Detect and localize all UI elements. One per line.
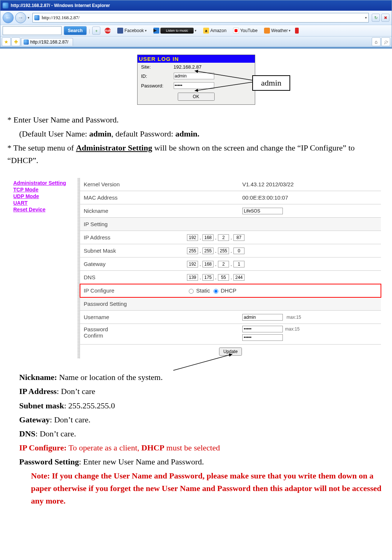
kernel-value: V1.43.12 2012/03/22 [157, 180, 381, 189]
ip-label: IP Address [80, 232, 157, 243]
line-admin-setup: * The setup menu of Administrator Settin… [7, 142, 385, 167]
dns-oct-1[interactable] [187, 274, 198, 281]
arrow-annotation-2 [170, 353, 243, 371]
refresh-button[interactable]: ↻ [372, 14, 380, 22]
line-default-creds: (Default User Name: admin, default Passw… [7, 128, 385, 140]
id-label: ID: [141, 73, 171, 79]
feeds-button[interactable]: ⌮ [381, 37, 390, 46]
kernel-label: Kernel Version [80, 179, 157, 190]
dns-oct-4[interactable] [233, 274, 244, 281]
sub-oct-3[interactable] [218, 248, 229, 254]
page-icon [34, 15, 39, 20]
ip-oct-4[interactable] [233, 234, 244, 241]
tab-page-icon [24, 39, 29, 45]
admin-sidebar: Administrator Setting TCP Mode UDP Mode … [11, 178, 77, 359]
sub-oct-2[interactable] [202, 248, 214, 254]
url-input[interactable] [41, 14, 364, 21]
login-title: USER LOG IN [138, 55, 255, 63]
toolbar-search-input[interactable] [3, 26, 62, 35]
pw-input[interactable] [242, 326, 283, 332]
id-input[interactable] [174, 73, 214, 79]
window-title: http://192.168.2.87/ - Windows Internet … [11, 3, 110, 8]
ie-window: http://192.168.2.87/ - Windows Internet … [0, 0, 392, 49]
ask-icon[interactable]: Ask [103, 28, 113, 34]
gw-oct-2[interactable] [202, 261, 214, 267]
cnn-icon[interactable] [295, 28, 299, 34]
weather-link[interactable]: Weather▾ [262, 28, 293, 34]
svg-line-2 [173, 354, 232, 370]
url-dropdown-icon[interactable]: ▾ [365, 16, 367, 20]
password-input[interactable] [174, 82, 214, 89]
ipset-header: IP Setting [80, 219, 157, 229]
favorites-button[interactable]: ★ [2, 37, 11, 46]
side-link-admin[interactable]: Administrator Setting [13, 180, 75, 186]
ip-oct-1[interactable] [187, 234, 198, 241]
pw-label: Password [84, 326, 154, 332]
add-button[interactable]: ＋ [92, 27, 100, 35]
nickname-input[interactable] [242, 208, 283, 214]
side-link-reset[interactable]: Reset Device [13, 207, 75, 212]
login-pw-row: Password: [138, 81, 255, 90]
gw-oct-3[interactable] [218, 261, 229, 267]
login-site-row: Site: 192.168.2.87 [138, 63, 255, 71]
dns-oct-3[interactable] [218, 274, 229, 281]
gw-oct-1[interactable] [187, 261, 198, 267]
mac-label: MAC Address [80, 192, 157, 203]
gw-oct-4[interactable] [233, 261, 244, 267]
sub-label: Subnet Mask [80, 245, 157, 256]
address-bar[interactable]: ▾ [32, 13, 369, 23]
ip-oct-3[interactable] [218, 234, 229, 241]
stop-button[interactable]: ✖ [381, 14, 389, 22]
gw-label: Gateway [80, 259, 157, 269]
dns-oct-2[interactable] [202, 274, 214, 281]
confirm-input[interactable] [242, 334, 283, 341]
divider [0, 47, 392, 48]
nick-label: Nickname [80, 205, 157, 216]
side-link-uart[interactable]: UART [13, 200, 75, 206]
dhcp-radio[interactable] [214, 289, 218, 294]
forward-button[interactable]: → [15, 12, 26, 23]
tab-title: http://192.168.2.87/ [30, 39, 68, 45]
site-label: Site: [141, 64, 171, 70]
listen-music-link[interactable]: ▶Listen to music▾ [151, 28, 199, 34]
side-link-tcp[interactable]: TCP Mode [13, 187, 75, 193]
warning-note: Note: If you change the User Name and Pa… [7, 470, 385, 507]
instructions-1: * Enter User Name and Password. (Default… [0, 114, 392, 176]
line-enter-creds: * Enter User Name and Password. [7, 114, 385, 126]
ok-button[interactable]: OK [178, 93, 215, 101]
ie-navbar: ← → ▾ ▾ ↻ ✖ [0, 11, 392, 25]
sub-oct-1[interactable] [187, 248, 198, 254]
login-panel: USER LOG IN Site: 192.168.2.87 ID: Passw… [137, 55, 255, 105]
admin-callout-box: admin [252, 75, 290, 91]
username-input[interactable] [242, 314, 283, 321]
static-radio[interactable] [189, 289, 194, 294]
back-button[interactable]: ← [3, 12, 14, 23]
ie-titlebar: http://192.168.2.87/ - Windows Internet … [0, 0, 392, 11]
admin-panel: Administrator Setting TCP Mode UDP Mode … [11, 178, 381, 359]
sub-oct-4[interactable] [233, 248, 244, 254]
history-dropdown-icon[interactable]: ▾ [28, 16, 30, 20]
ip-oct-2[interactable] [202, 234, 214, 241]
admin-grid: Kernel VersionV1.43.12 2012/03/22 MAC Ad… [80, 178, 381, 359]
pwset-header: Password Setting [80, 298, 157, 309]
ie-toolbar: Search | ＋ Ask Facebook▾ ▶Listen to musi… [0, 25, 392, 37]
browser-tab[interactable]: http://192.168.2.87/ [21, 38, 73, 46]
login-area: USER LOG IN Site: 192.168.2.87 ID: Passw… [0, 55, 392, 105]
password-label: Password: [141, 83, 171, 89]
site-value: 192.168.2.87 [174, 64, 202, 70]
add-favorite-button[interactable]: ✚ [11, 37, 20, 46]
ie-logo-icon [3, 3, 8, 8]
login-id-row: ID: [138, 71, 255, 81]
home-button[interactable]: ⌂ [372, 37, 381, 46]
search-button[interactable]: Search [64, 26, 87, 35]
user-label: Username [80, 312, 157, 322]
dns-label: DNS [80, 272, 157, 283]
amazon-link[interactable]: aAmazon [201, 28, 229, 34]
confirm-label: Confirm [84, 332, 154, 339]
instructions-2: Nickname: Name or location of the system… [0, 362, 392, 516]
ie-tabstrip: ★ ✚ http://192.168.2.87/ ⌂ ⌮ [0, 37, 392, 47]
facebook-link[interactable]: Facebook▾ [115, 28, 149, 34]
side-link-udp[interactable]: UDP Mode [13, 193, 75, 199]
youtube-link[interactable]: YouTube [231, 28, 260, 34]
mac-value: 00:0E:E3:00:10:07 [157, 193, 381, 202]
